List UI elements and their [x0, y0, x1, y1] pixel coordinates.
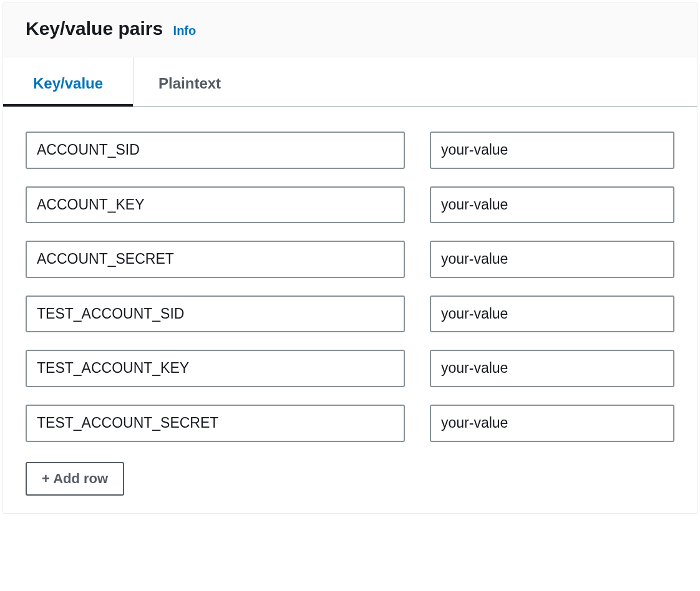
add-row-button[interactable]: + Add row [26, 462, 124, 496]
value-input[interactable] [430, 132, 674, 169]
value-input[interactable] [430, 405, 674, 442]
key-value-panel: Key/value pairs Info Key/value Plaintext [2, 2, 698, 514]
kv-row [26, 186, 674, 224]
kv-row [26, 296, 674, 333]
tab-label: Key/value [33, 75, 103, 92]
value-input[interactable] [430, 186, 674, 224]
kv-row [26, 350, 674, 387]
tabs: Key/value Plaintext [3, 57, 697, 107]
key-input[interactable] [26, 241, 405, 278]
panel-title: Key/value pairs [26, 18, 163, 39]
kv-row [26, 132, 674, 169]
tab-key-value[interactable]: Key/value [3, 57, 134, 106]
key-input[interactable] [26, 296, 405, 333]
key-input[interactable] [26, 405, 405, 442]
key-input[interactable] [26, 350, 405, 387]
info-link[interactable]: Info [173, 24, 197, 37]
value-input[interactable] [430, 241, 674, 278]
kv-row [26, 405, 674, 442]
key-input[interactable] [26, 186, 405, 224]
panel-header: Key/value pairs Info [3, 3, 697, 57]
content: + Add row [3, 107, 697, 513]
value-input[interactable] [430, 296, 674, 333]
tab-label: Plaintext [158, 75, 221, 92]
tab-plaintext[interactable]: Plaintext [134, 57, 246, 106]
value-input[interactable] [430, 350, 674, 387]
kv-row [26, 241, 674, 278]
key-input[interactable] [26, 132, 405, 169]
